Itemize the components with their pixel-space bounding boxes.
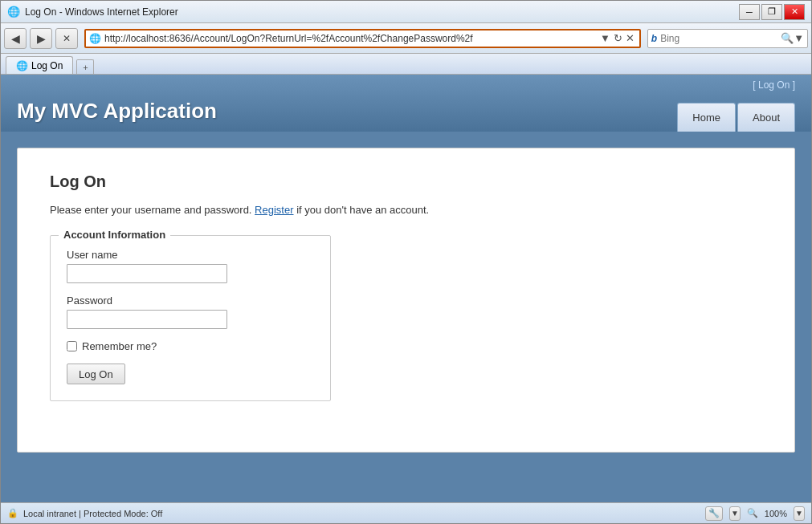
bing-logo: b (651, 33, 657, 44)
logon-status: [ Log On ] (753, 79, 795, 91)
account-info-fieldset: Account Information User name Password R… (50, 235, 331, 401)
username-label: User name (67, 249, 314, 261)
title-bar-controls: ─ ❐ ✕ (739, 4, 805, 20)
zoom-level: 100% (765, 509, 787, 518)
header-main: My MVC Application Home About (1, 92, 811, 132)
active-tab[interactable]: 🌐 Log On (6, 56, 73, 74)
header-top: [ Log On ] (1, 75, 811, 92)
password-label: Password (67, 294, 314, 307)
address-bar[interactable] (104, 33, 598, 44)
password-input[interactable] (67, 310, 227, 329)
address-icon: 🌐 (89, 33, 101, 44)
status-settings-button[interactable]: 🔧 (705, 506, 723, 521)
content-area: [ Log On ] My MVC Application Home About… (1, 75, 811, 502)
username-input[interactable] (67, 264, 227, 283)
address-stop-button[interactable]: ✕ (624, 32, 636, 44)
logon-description: Please enter your username and password.… (50, 204, 762, 216)
close-button[interactable]: ✕ (784, 4, 805, 20)
remember-me-label: Remember me? (82, 340, 157, 352)
minimize-button[interactable]: ─ (739, 4, 760, 20)
about-nav-button[interactable]: About (737, 103, 795, 132)
title-bar-text: Log On - Windows Internet Explorer (25, 6, 739, 18)
logon-title: Log On (50, 173, 762, 191)
app-title: My MVC Application (17, 99, 217, 132)
content-box: Log On Please enter your username and pa… (17, 148, 795, 453)
zoom-dropdown-button[interactable]: ▼ (794, 506, 805, 521)
nav-bar: ◀ ▶ ✕ 🌐 ▼ ↻ ✕ b 🔍 ▼ (1, 23, 811, 54)
forward-button[interactable]: ▶ (30, 28, 52, 49)
address-bar-container: 🌐 ▼ ↻ ✕ (84, 29, 641, 48)
logon-link[interactable]: Log On (758, 79, 790, 91)
restore-button[interactable]: ❐ (761, 4, 782, 20)
page-body: Log On Please enter your username and pa… (1, 132, 811, 469)
security-status: Local intranet | Protected Mode: Off (23, 509, 162, 518)
search-dropdown-button[interactable]: ▼ (794, 32, 804, 44)
submit-button[interactable]: Log On (67, 364, 125, 384)
status-left: 🔒 Local intranet | Protected Mode: Off (7, 508, 699, 518)
browser-window: 🌐 Log On - Windows Internet Explorer ─ ❐… (0, 0, 812, 524)
home-nav-button[interactable]: Home (677, 103, 736, 132)
title-bar: 🌐 Log On - Windows Internet Explorer ─ ❐… (1, 1, 811, 23)
search-input[interactable] (660, 33, 781, 44)
refresh-button[interactable]: ↻ (612, 32, 624, 44)
new-tab-button[interactable]: + (76, 59, 94, 74)
register-link[interactable]: Register (255, 204, 293, 216)
page-header: [ Log On ] My MVC Application Home About (1, 75, 811, 132)
status-right: 🔧 ▼ 🔍 100% ▼ (705, 506, 805, 521)
tab-icon: 🌐 (16, 60, 28, 71)
password-group: Password (67, 294, 314, 329)
security-icon: 🔒 (7, 508, 18, 518)
fieldset-legend: Account Information (59, 229, 170, 241)
search-container: b 🔍 ▼ (647, 29, 808, 48)
status-bar: 🔒 Local intranet | Protected Mode: Off 🔧… (1, 502, 811, 523)
remember-me-group: Remember me? (67, 340, 314, 352)
tabs-bar: 🌐 Log On + (1, 54, 811, 75)
nav-menu: Home About (677, 103, 795, 132)
back-button[interactable]: ◀ (4, 28, 27, 49)
search-button[interactable]: 🔍 (781, 32, 794, 44)
address-dropdown-button[interactable]: ▼ (598, 32, 612, 44)
status-dropdown-button[interactable]: ▼ (729, 506, 741, 521)
browser-icon: 🌐 (7, 6, 20, 18)
remember-me-checkbox[interactable] (67, 341, 77, 351)
tab-label: Log On (31, 60, 63, 71)
stop-button[interactable]: ✕ (55, 28, 78, 49)
username-group: User name (67, 249, 314, 283)
zoom-icon: 🔍 (747, 508, 758, 518)
